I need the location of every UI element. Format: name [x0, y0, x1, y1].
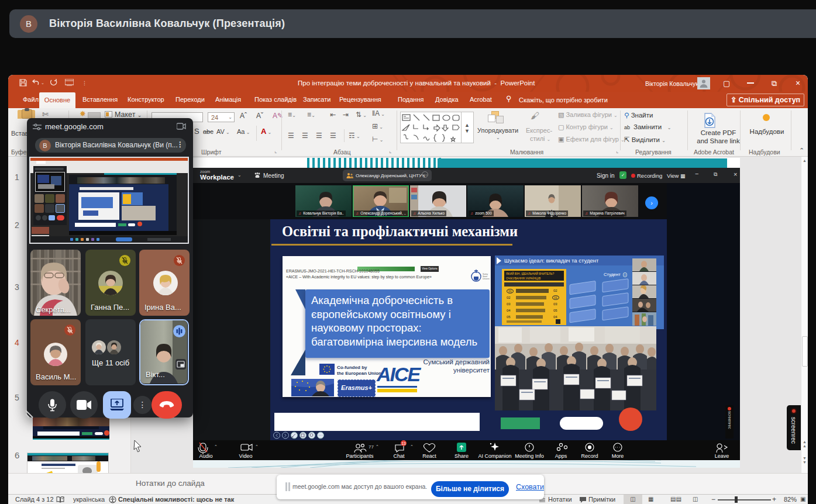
svg-text:Share: Share: [455, 453, 469, 459]
svg-text:Apps: Apps: [555, 453, 567, 459]
svg-text:Audio: Audio: [199, 453, 212, 459]
svg-text:Leave: Leave: [715, 453, 729, 459]
svg-text:⌃: ⌃: [376, 444, 379, 448]
svg-text:Meeting Info: Meeting Info: [515, 453, 544, 459]
svg-text:Chat: Chat: [393, 453, 405, 459]
svg-text:⌃: ⌃: [255, 444, 259, 448]
svg-text:⌃: ⌃: [214, 444, 218, 448]
svg-text:More: More: [612, 453, 624, 459]
svg-text:React: React: [422, 453, 436, 459]
svg-text:AI Companion: AI Companion: [478, 453, 511, 459]
svg-text:Video: Video: [239, 453, 253, 459]
svg-text:Participants: Participants: [346, 453, 374, 459]
svg-text:Record: Record: [581, 453, 598, 459]
svg-text:⌃: ⌃: [410, 444, 414, 448]
svg-text:13: 13: [401, 441, 406, 446]
svg-text:University: University: [483, 278, 490, 280]
svg-text:77: 77: [369, 444, 374, 450]
